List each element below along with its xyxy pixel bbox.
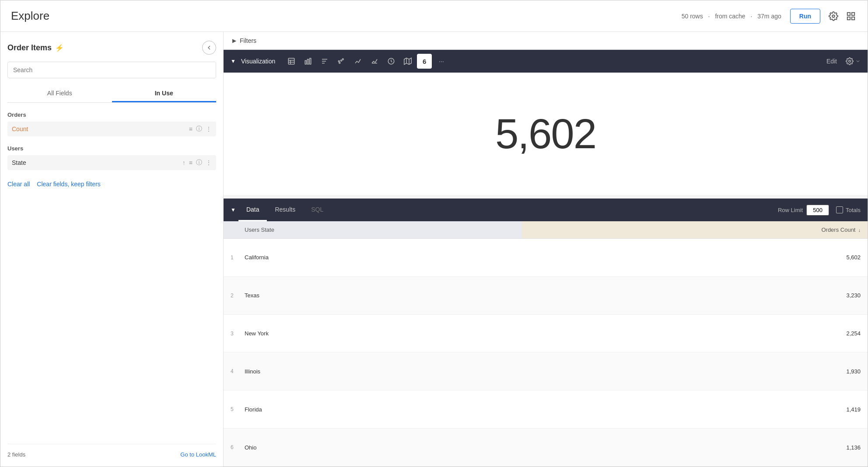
viz-table-icon[interactable]: [284, 54, 299, 69]
filter-icon-state[interactable]: ≡: [189, 159, 192, 166]
data-section: ▼ Data Results SQL Row Limit T: [224, 199, 868, 467]
svg-rect-10: [308, 59, 309, 64]
svg-point-0: [832, 15, 835, 17]
viz-map-icon[interactable]: [400, 54, 415, 69]
table-row: 2 Texas 3,230: [224, 276, 868, 314]
filter-icon[interactable]: ≡: [189, 125, 192, 132]
table-row: 4 Illinois 1,930: [224, 352, 868, 390]
viz-label: Visualization: [241, 58, 275, 65]
more-icon-state[interactable]: ⋮: [206, 159, 212, 166]
more-icon[interactable]: ⋮: [206, 125, 212, 132]
state-field-row[interactable]: State ↑ ≡ ⓘ ⋮: [7, 155, 216, 170]
count-cell-3: 2,254: [522, 314, 868, 352]
tab-sql[interactable]: SQL: [303, 199, 331, 221]
viz-line-icon[interactable]: [350, 54, 365, 69]
viz-number-icon[interactable]: 6: [417, 54, 432, 69]
state-cell-4: Illinois: [238, 352, 522, 390]
totals-checkbox[interactable]: [836, 206, 843, 213]
users-state-header[interactable]: Users State: [238, 221, 522, 239]
state-cell-5: Florida: [238, 390, 522, 429]
svg-point-17: [343, 59, 344, 60]
info-icon-state[interactable]: ⓘ: [196, 159, 202, 167]
row-num-5: 5: [224, 390, 238, 429]
svg-point-18: [339, 61, 340, 62]
search-input[interactable]: [7, 62, 216, 78]
settings-icon[interactable]: [827, 10, 840, 22]
tab-results[interactable]: Results: [267, 199, 303, 221]
totals-checkbox-group[interactable]: Totals: [836, 206, 861, 213]
app-header: Explore 50 rows · from cache · 37m ago R…: [0, 0, 868, 32]
viz-settings-icon[interactable]: [846, 57, 861, 65]
tab-in-use[interactable]: In Use: [112, 85, 217, 102]
viz-type-icons: 6: [284, 54, 432, 69]
filters-bar[interactable]: ▶ Filters: [224, 32, 868, 50]
clear-all-link[interactable]: Clear all: [7, 181, 30, 188]
count-field-name: Count: [12, 125, 189, 132]
table-row: 1 California 5,602: [224, 239, 868, 277]
main-layout: Order Items ⚡ All Fields In Use Orders: [0, 32, 868, 467]
grid-icon[interactable]: [845, 10, 857, 22]
svg-rect-4: [852, 17, 854, 19]
viz-stacked-icon[interactable]: [317, 54, 332, 69]
users-section: Users State ↑ ≡ ⓘ ⋮: [7, 143, 216, 174]
viz-area-icon[interactable]: [367, 54, 382, 69]
row-num-2: 2: [224, 276, 238, 314]
totals-label: Totals: [846, 207, 861, 213]
viz-scatter-icon[interactable]: [334, 54, 349, 69]
row-num-4: 4: [224, 352, 238, 390]
sidebar-title: Order Items ⚡: [7, 43, 64, 52]
viz-chevron-icon[interactable]: ▼: [231, 58, 236, 64]
clear-keep-link[interactable]: Clear fields, keep filters: [37, 181, 101, 188]
big-number-value: 5,602: [495, 110, 596, 158]
lightning-icon: ⚡: [55, 44, 64, 52]
count-field-row[interactable]: Count ≡ ⓘ ⋮: [7, 122, 216, 136]
tab-all-fields[interactable]: All Fields: [7, 85, 112, 102]
dot2: ·: [751, 13, 752, 20]
dot1: ·: [708, 13, 710, 20]
collapse-sidebar-button[interactable]: [202, 41, 216, 55]
users-section-label: Users: [7, 145, 216, 152]
pivot-icon[interactable]: ↑: [182, 159, 186, 166]
row-limit-input[interactable]: [806, 205, 829, 216]
sidebar-header: Order Items ⚡: [7, 41, 216, 55]
orders-count-header[interactable]: Orders Count ↓: [522, 221, 868, 239]
svg-rect-3: [847, 17, 850, 19]
tab-data[interactable]: Data: [238, 199, 267, 221]
state-field-name: State: [12, 159, 182, 166]
run-button[interactable]: Run: [790, 9, 820, 24]
viz-bar-icon[interactable]: [301, 54, 315, 69]
svg-marker-21: [404, 58, 412, 65]
table-row: 5 Florida 1,419: [224, 390, 868, 429]
state-field-actions: ↑ ≡ ⓘ ⋮: [182, 159, 212, 167]
data-chevron-icon[interactable]: ▼: [231, 207, 236, 213]
sidebar-footer: Clear all Clear fields, keep filters: [7, 181, 216, 188]
row-limit-label: Row Limit: [778, 207, 803, 213]
state-cell-3: New York: [238, 314, 522, 352]
filters-chevron-icon: ▶: [232, 38, 236, 44]
sort-desc-icon: ↓: [858, 227, 861, 233]
state-cell-1: California: [238, 239, 522, 277]
viz-clock-icon[interactable]: [384, 54, 399, 69]
row-num-6: 6: [224, 429, 238, 467]
info-icon[interactable]: ⓘ: [196, 125, 202, 133]
svg-point-16: [341, 60, 342, 61]
row-num-header: [224, 221, 238, 239]
orders-section: Orders Count ≡ ⓘ ⋮: [7, 110, 216, 140]
filters-label: Filters: [240, 37, 256, 44]
visualization-bar: ▼ Visualization: [224, 50, 868, 73]
svg-rect-2: [852, 12, 854, 15]
count-cell-4: 1,930: [522, 352, 868, 390]
page-title: Explore: [11, 9, 49, 23]
state-cell-2: Texas: [238, 276, 522, 314]
count-cell-5: 1,419: [522, 390, 868, 429]
table-row: 3 New York 2,254: [224, 314, 868, 352]
svg-point-24: [849, 60, 851, 63]
header-icons: [827, 10, 857, 22]
go-to-lookml-link[interactable]: Go to LookML: [180, 451, 216, 458]
orders-section-label: Orders: [7, 112, 216, 118]
state-cell-6: Ohio: [238, 429, 522, 467]
count-cell-6: 1,136: [522, 429, 868, 467]
viz-more-icon[interactable]: ···: [439, 58, 444, 65]
row-num-1: 1: [224, 239, 238, 277]
viz-edit-link[interactable]: Edit: [826, 58, 837, 65]
